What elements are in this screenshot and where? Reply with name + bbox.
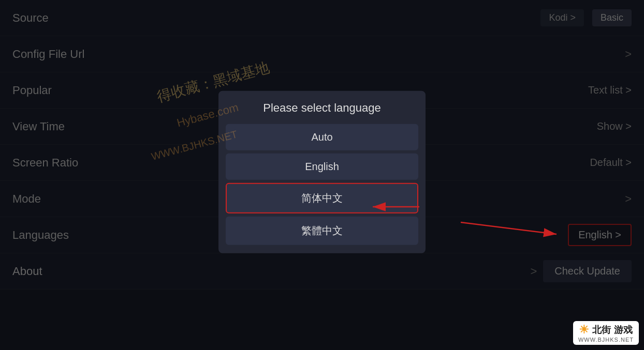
dialog-title: Please select language xyxy=(218,101,426,114)
option-traditional-chinese[interactable]: 繁體中文 xyxy=(226,216,418,245)
language-dialog: Please select language Auto English 简体中文… xyxy=(218,90,426,253)
option-auto[interactable]: Auto xyxy=(226,124,418,150)
logo-url: WWW.BJHKS.NET xyxy=(578,337,634,343)
logo-name: 北街 xyxy=(592,324,611,336)
logo-badge: ☀ 北街 游戏 WWW.BJHKS.NET xyxy=(573,321,639,345)
sun-icon: ☀ xyxy=(579,323,589,337)
option-simplified-chinese[interactable]: 简体中文 xyxy=(226,182,418,213)
logo-badge-top: ☀ 北街 游戏 xyxy=(579,323,633,337)
logo-suffix: 游戏 xyxy=(614,324,633,336)
option-english[interactable]: English xyxy=(226,153,418,179)
